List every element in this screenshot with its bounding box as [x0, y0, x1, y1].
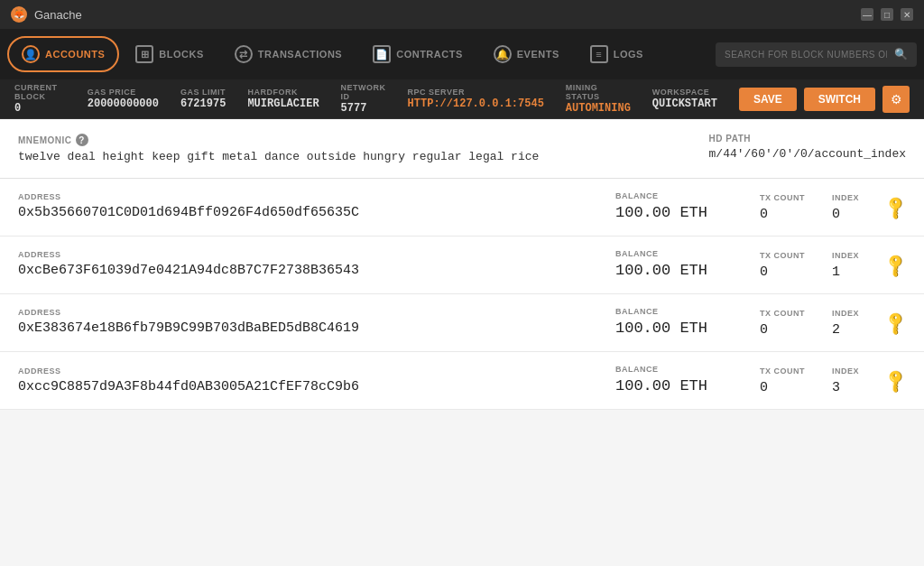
account-left: ADDRESS 0xE383674e18B6fb79B9C99B703dBaBE…	[18, 308, 597, 338]
mnemonic-label-text: MNEMONIC	[18, 135, 72, 145]
index-label: INDEX	[832, 367, 859, 376]
tx-count-label: TX COUNT	[760, 309, 805, 318]
window-controls[interactable]: — □ ✕	[861, 8, 913, 21]
status-current-block: CURRENT BLOCK 0	[14, 83, 66, 115]
app-logo: 🦊	[11, 6, 27, 23]
statusbar-actions: SAVE SWITCH ⚙	[739, 86, 910, 113]
search-bar[interactable]: 🔍	[716, 42, 917, 67]
mnemonic-help-icon[interactable]: ?	[76, 134, 88, 146]
status-workspace: WORKSPACE QUICKSTART	[652, 88, 717, 110]
account-right: TX COUNT 0 INDEX 1 🔑	[742, 251, 906, 280]
balance-label: BALANCE	[615, 307, 742, 316]
key-icon[interactable]: 🔑	[882, 367, 910, 394]
address-label: ADDRESS	[18, 192, 597, 201]
index-value: 2	[832, 322, 859, 338]
mnemonic-left: MNEMONIC ? twelve deal height keep gift …	[18, 134, 539, 163]
key-icon[interactable]: 🔑	[882, 309, 910, 337]
address-label: ADDRESS	[18, 250, 597, 259]
mnemonic-words: twelve deal height keep gift metal dance…	[18, 150, 539, 163]
blocks-icon: ⊞	[135, 45, 153, 63]
account-address: 0x5b35660701C0D01d694Bff0926F4d650df6563…	[18, 204, 597, 222]
mnemonic-section: MNEMONIC ? twelve deal height keep gift …	[0, 119, 924, 179]
index-value: 0	[832, 207, 859, 222]
nav-item-blocks[interactable]: ⊞ BLOCKS	[121, 36, 217, 72]
nav-item-logs[interactable]: ≡ LOGS	[576, 36, 658, 72]
account-balance: 100.00 ETH	[615, 203, 742, 223]
account-balance: 100.00 ETH	[615, 376, 742, 396]
hd-path-label: HD PATH	[709, 134, 906, 144]
hd-path-section: HD PATH m/44'/60'/0'/0/account_index	[709, 134, 906, 163]
rpc-server-value: HTTP://127.0.0.1:7545	[408, 97, 544, 110]
settings-button[interactable]: ⚙	[882, 86, 910, 113]
account-row: ADDRESS 0xcBe673F61039d7e0421A94dc8B7C7F…	[0, 237, 924, 294]
account-address: 0xcc9C8857d9A3F8b44fd0AB3005A21CfEF78cC9…	[18, 378, 597, 396]
status-gas-limit: GAS LIMIT 6721975	[180, 88, 226, 110]
account-balance: 100.00 ETH	[615, 319, 742, 339]
account-address: 0xE383674e18B6fb79B9C99B703dBaBED5dB8C46…	[18, 320, 597, 338]
nav-label-logs: LOGS	[614, 49, 643, 60]
index-section: INDEX 1	[832, 251, 859, 280]
accounts-icon: 👤	[22, 45, 40, 63]
account-right: TX COUNT 0 INDEX 0 🔑	[742, 193, 906, 222]
tx-count-value: 0	[760, 207, 805, 222]
account-row: ADDRESS 0xcc9C8857d9A3F8b44fd0AB3005A21C…	[0, 352, 924, 410]
workspace-value: QUICKSTART	[652, 97, 717, 110]
key-icon[interactable]: 🔑	[882, 251, 910, 279]
tx-count-label: TX COUNT	[760, 193, 805, 202]
title-bar: 🦊 Ganache — □ ✕	[0, 0, 924, 29]
nav-item-contracts[interactable]: 📄 CONTRACTS	[358, 36, 477, 72]
nav-label-accounts: ACCOUNTS	[45, 49, 105, 60]
index-label: INDEX	[832, 309, 859, 318]
gear-icon: ⚙	[891, 92, 902, 107]
tx-count-section: TX COUNT 0	[760, 193, 805, 222]
account-balance-section: BALANCE 100.00 ETH	[597, 191, 742, 223]
account-right: TX COUNT 0 INDEX 3 🔑	[742, 367, 906, 395]
nav-item-transactions[interactable]: ⇄ TRANSACTIONS	[220, 36, 356, 72]
minimize-button[interactable]: —	[861, 8, 873, 21]
search-input[interactable]	[725, 50, 887, 60]
status-rpc-server: RPC SERVER HTTP://127.0.0.1:7545	[408, 88, 544, 110]
hardfork-value: MUIRGLACIER	[247, 97, 319, 110]
status-network-id: NETWORK ID 5777	[341, 83, 386, 115]
main-content: MNEMONIC ? twelve deal height keep gift …	[0, 119, 924, 566]
hd-path-value: m/44'/60'/0'/0/account_index	[709, 147, 906, 161]
search-icon: 🔍	[894, 48, 908, 61]
balance-label: BALANCE	[615, 249, 742, 258]
gas-price-label: GAS PRICE	[88, 88, 159, 97]
nav-bar: 👤 ACCOUNTS ⊞ BLOCKS ⇄ TRANSACTIONS 📄 CON…	[0, 29, 924, 79]
index-value: 3	[832, 380, 859, 395]
current-block-value: 0	[14, 102, 66, 115]
hardfork-label: HARDFORK	[247, 88, 319, 97]
tx-count-section: TX COUNT 0	[760, 251, 805, 280]
account-address: 0xcBe673F61039d7e0421A94dc8B7C7F2738B365…	[18, 262, 597, 280]
tx-count-section: TX COUNT 0	[760, 309, 805, 338]
nav-item-events[interactable]: 🔔 EVENTS	[479, 36, 574, 72]
tx-count-label: TX COUNT	[760, 251, 805, 260]
nav-label-events: EVENTS	[517, 49, 559, 60]
account-right: TX COUNT 0 INDEX 2 🔑	[742, 309, 906, 338]
tx-count-value: 0	[760, 264, 805, 280]
nav-label-transactions: TRANSACTIONS	[258, 49, 342, 60]
close-button[interactable]: ✕	[901, 8, 913, 21]
account-left: ADDRESS 0xcc9C8857d9A3F8b44fd0AB3005A21C…	[18, 367, 597, 396]
account-balance: 100.00 ETH	[615, 261, 742, 281]
gas-price-value: 20000000000	[88, 97, 159, 110]
rpc-server-label: RPC SERVER	[408, 88, 544, 97]
status-mining: MINING STATUS AUTOMINING	[566, 83, 631, 115]
key-icon[interactable]: 🔑	[882, 193, 910, 221]
titlebar-left: 🦊 Ganache	[11, 6, 82, 23]
address-label: ADDRESS	[18, 367, 597, 376]
switch-button[interactable]: SWITCH	[804, 88, 875, 111]
nav-item-accounts[interactable]: 👤 ACCOUNTS	[7, 36, 119, 72]
nav-label-blocks: BLOCKS	[159, 49, 203, 60]
account-row: ADDRESS 0xE383674e18B6fb79B9C99B703dBaBE…	[0, 294, 924, 352]
address-label: ADDRESS	[18, 308, 597, 317]
status-bar: CURRENT BLOCK 0 GAS PRICE 20000000000 GA…	[0, 79, 924, 119]
maximize-button[interactable]: □	[881, 8, 893, 21]
mining-label: MINING STATUS	[566, 83, 631, 101]
save-button[interactable]: SAVE	[739, 88, 797, 111]
app-title: Ganache	[34, 8, 82, 22]
account-left: ADDRESS 0x5b35660701C0D01d694Bff0926F4d6…	[18, 192, 597, 222]
logs-icon: ≡	[590, 45, 608, 63]
nav-label-contracts: CONTRACTS	[396, 49, 463, 60]
